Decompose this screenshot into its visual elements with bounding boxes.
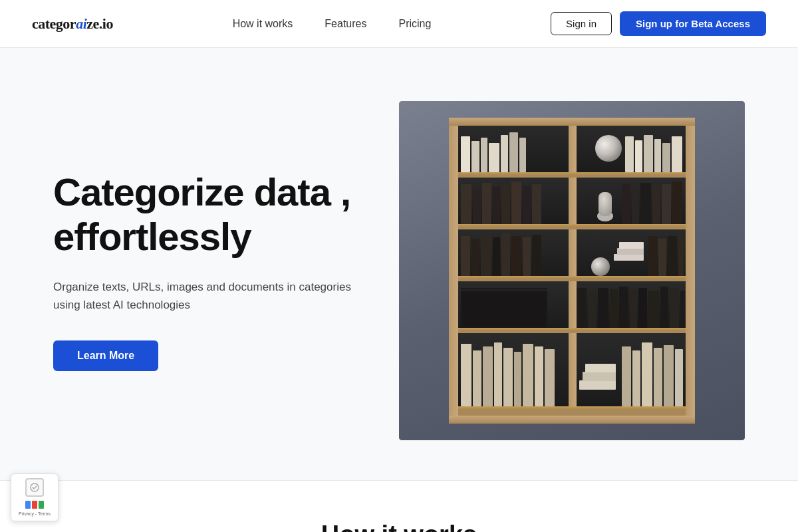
nav-item-pricing[interactable]: Pricing xyxy=(398,18,431,30)
svg-rect-73 xyxy=(598,288,608,328)
svg-rect-95 xyxy=(579,380,616,390)
svg-rect-48 xyxy=(461,236,470,276)
svg-rect-60 xyxy=(648,236,657,276)
svg-rect-22 xyxy=(662,143,670,172)
svg-rect-85 xyxy=(458,406,686,410)
svg-rect-41 xyxy=(652,186,660,224)
svg-rect-38 xyxy=(622,184,630,224)
svg-rect-21 xyxy=(654,139,661,172)
svg-rect-77 xyxy=(638,288,647,328)
nav-link-features[interactable]: Features xyxy=(325,18,366,29)
svg-rect-94 xyxy=(545,349,555,406)
svg-rect-62 xyxy=(668,236,677,276)
svg-rect-89 xyxy=(494,342,502,406)
nav-link-pricing[interactable]: Pricing xyxy=(398,18,431,29)
svg-rect-55 xyxy=(532,235,541,276)
signin-button[interactable]: Sign in xyxy=(551,12,612,35)
svg-rect-30 xyxy=(482,183,491,224)
svg-rect-31 xyxy=(493,187,500,224)
captcha-checkbox[interactable] xyxy=(25,478,44,497)
svg-rect-50 xyxy=(481,235,491,276)
svg-rect-40 xyxy=(640,183,651,224)
svg-rect-3 xyxy=(569,118,577,424)
svg-rect-18 xyxy=(625,136,634,172)
svg-rect-88 xyxy=(483,346,493,406)
captcha-privacy-text: Privacy - Terms xyxy=(19,511,51,517)
svg-rect-79 xyxy=(660,287,668,328)
logo-ai: ai xyxy=(76,15,86,32)
svg-rect-15 xyxy=(509,132,518,172)
beta-signup-button[interactable]: Sign up for Beta Access xyxy=(620,11,766,36)
svg-rect-49 xyxy=(471,239,479,276)
svg-rect-2 xyxy=(686,118,695,424)
bookshelf-svg xyxy=(449,118,695,424)
svg-rect-28 xyxy=(461,184,471,224)
svg-rect-14 xyxy=(501,135,508,172)
how-it-works-section: How it works xyxy=(0,480,798,532)
nav-link-how-it-works[interactable]: How it works xyxy=(233,18,293,29)
svg-rect-78 xyxy=(648,291,659,328)
svg-rect-33 xyxy=(511,182,521,224)
svg-rect-4 xyxy=(449,118,695,126)
logo-text-before: categor xyxy=(32,15,76,32)
svg-rect-39 xyxy=(632,187,639,224)
svg-point-56 xyxy=(591,257,610,276)
svg-rect-100 xyxy=(642,342,652,406)
hero-section: Categorize data , effortlessly Organize … xyxy=(0,48,798,480)
nav-item-features[interactable]: Features xyxy=(325,18,366,30)
svg-point-17 xyxy=(595,135,622,162)
svg-rect-99 xyxy=(632,350,640,406)
recaptcha-icon xyxy=(29,482,40,493)
svg-rect-90 xyxy=(503,348,513,406)
svg-rect-27 xyxy=(458,224,686,227)
svg-rect-32 xyxy=(501,184,510,224)
bookshelf-illustration xyxy=(399,101,745,440)
svg-rect-43 xyxy=(672,182,682,224)
svg-rect-74 xyxy=(610,289,618,328)
svg-rect-92 xyxy=(523,344,533,406)
logo-text-after: ze.io xyxy=(86,15,113,32)
svg-rect-1 xyxy=(449,118,458,424)
svg-rect-103 xyxy=(675,349,683,406)
logo[interactable]: categoraize.io xyxy=(32,15,113,33)
svg-rect-59 xyxy=(619,242,644,249)
hero-image xyxy=(399,101,745,440)
svg-rect-12 xyxy=(481,138,487,172)
svg-rect-69 xyxy=(461,289,547,291)
svg-rect-51 xyxy=(493,237,500,276)
svg-rect-63 xyxy=(678,233,684,276)
svg-rect-9 xyxy=(458,172,686,175)
hero-content: Categorize data , effortlessly Organize … xyxy=(53,170,364,371)
svg-rect-54 xyxy=(523,237,531,276)
svg-rect-35 xyxy=(532,184,541,224)
nav-links: How it works Features Pricing xyxy=(233,18,432,30)
svg-rect-57 xyxy=(614,254,644,261)
svg-rect-37 xyxy=(598,192,612,216)
svg-rect-81 xyxy=(680,291,685,328)
learn-more-button[interactable]: Learn More xyxy=(53,340,158,371)
svg-rect-98 xyxy=(622,346,631,406)
svg-rect-11 xyxy=(471,141,479,172)
svg-rect-34 xyxy=(523,186,531,224)
svg-rect-86 xyxy=(461,344,471,406)
svg-rect-96 xyxy=(583,372,616,381)
navbar: categoraize.io How it works Features Pri… xyxy=(0,0,798,48)
svg-rect-42 xyxy=(662,184,671,224)
svg-rect-102 xyxy=(664,345,674,406)
svg-rect-53 xyxy=(511,236,521,276)
svg-rect-16 xyxy=(519,138,526,172)
svg-rect-19 xyxy=(635,140,642,172)
hero-title: Categorize data , effortlessly xyxy=(53,170,364,259)
svg-rect-61 xyxy=(658,239,666,276)
captcha-badge: Privacy - Terms xyxy=(11,473,59,521)
svg-rect-71 xyxy=(577,288,587,328)
nav-actions: Sign in Sign up for Beta Access xyxy=(551,11,766,36)
svg-rect-5 xyxy=(449,416,695,424)
svg-rect-101 xyxy=(654,348,662,406)
svg-rect-75 xyxy=(619,287,628,328)
nav-item-how-it-works[interactable]: How it works xyxy=(233,18,293,30)
svg-rect-52 xyxy=(501,233,510,276)
svg-rect-47 xyxy=(458,276,686,279)
svg-rect-23 xyxy=(672,136,682,172)
svg-rect-10 xyxy=(461,136,470,172)
